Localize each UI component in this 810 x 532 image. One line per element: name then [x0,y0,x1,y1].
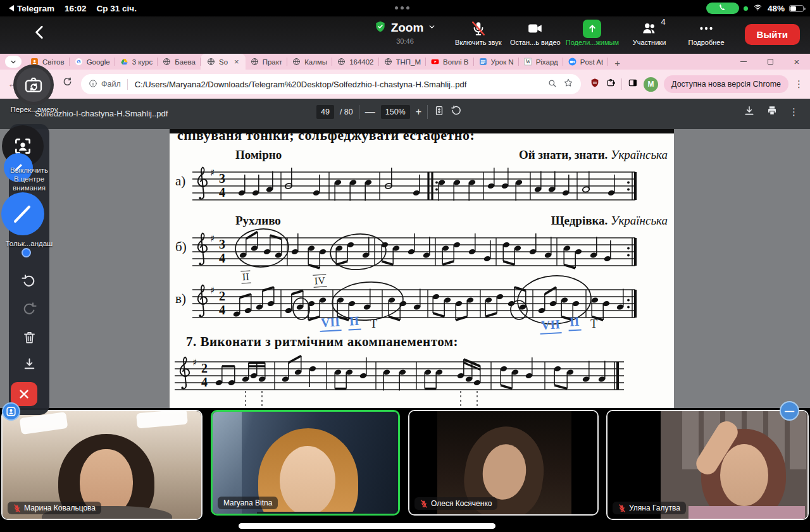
pdf-zoom-level[interactable]: 150% [381,105,410,119]
file-scheme-chip[interactable]: Файл [101,80,121,89]
tab-3-курс[interactable]: 3 курс [115,54,158,70]
staff-b: б)♯34 [192,230,635,280]
ios-status-bar: Telegram 16:02 Ср 31 січ. 48% [0,0,810,16]
annotation-mark-iv: IV [313,274,327,287]
undo-button[interactable] [16,271,42,292]
staff-a: а)♯34 [192,164,635,214]
tab-favicon: W [524,58,532,66]
tab-ріхард[interactable]: WРіхард [519,54,563,70]
pencil-only-label: Тольк...андаш [0,239,67,248]
tab-favicon [568,58,576,66]
print-icon[interactable] [766,105,778,119]
tab-воплі-в[interactable]: Воплі В [426,54,473,70]
staff-label: б) [175,239,187,255]
fit-page-icon[interactable] [433,105,445,119]
zoom-action-more[interactable]: Подробнее [680,18,733,46]
switch-camera-button[interactable] [13,65,54,105]
spotlight-label: Выключить В центре внимания [0,166,67,192]
zoom-in-button[interactable]: + [416,106,421,118]
divider [621,78,622,90]
participants-video-strip: Марина КовальцоваMaryana BitnaОлеся Кося… [0,408,810,532]
rotate-page-icon[interactable] [451,105,462,119]
zoom-page-icon[interactable] [547,78,557,90]
sheet-heading: співуваня тоніки; сольфеджувати естафетн… [177,129,475,144]
video-tile-3[interactable]: Олеся Косяченко [408,410,599,516]
profile-avatar[interactable]: M [644,77,658,92]
meeting-title[interactable]: Zoom [391,21,424,35]
window-close-button[interactable]: × [783,54,810,70]
tab-favicon [292,58,301,66]
annotation-sidebar: Выключить В центре внимания Тольк...анда… [9,124,49,415]
window-minimize-button[interactable] [730,54,757,70]
draw-tool-button[interactable] [1,192,44,235]
svg-text:♯: ♯ [210,285,215,296]
tab-тнп-м[interactable]: ТНП_М [379,54,427,70]
shield-check-icon [374,20,387,35]
tab-search-chevron-button[interactable] [5,56,22,68]
tab-favicon [251,58,259,66]
exercise-7-heading: 7. Виконати з ритмічним акомпанементом: [186,334,458,350]
tab-google[interactable]: GGoogle [70,54,115,70]
video-tile-4[interactable]: Уляна Галутва [606,410,809,520]
active-call-pill[interactable] [706,3,739,14]
phone-icon [718,3,726,13]
url-text[interactable]: C:/Users/Maryana2/Downloads/Telegram%20D… [135,80,541,89]
svg-text:2: 2 [219,289,225,303]
tab-so[interactable]: So× [201,54,246,70]
url-field[interactable]: Файл C:/Users/Maryana2/Downloads/Telegra… [81,74,581,94]
side-panel-icon[interactable] [628,78,638,90]
tab-баева[interactable]: Баева [158,54,201,70]
zoom-out-button[interactable]: — [365,106,375,118]
pdf-scroll-area[interactable]: співуваня тоніки; сольфеджувати естафетн… [0,129,810,410]
extensions-puzzle-icon[interactable] [606,78,616,90]
annotation-mark-ii: II [347,314,361,331]
pdf-menu-kebab-icon[interactable]: ⋮ [789,106,799,118]
leave-meeting-button[interactable]: Выйти [745,24,800,45]
status-app-label: Telegram [17,4,54,13]
chrome-update-pill[interactable]: Доступна нова версія Chrome [664,75,788,93]
ublock-extension-icon[interactable] [590,78,600,90]
download-icon[interactable] [744,105,755,119]
reload-icon[interactable] [62,77,73,90]
zoom-action-participants[interactable]: 4Участники [623,18,676,46]
battery-percent: 48% [768,4,785,13]
tab-favicon [207,58,215,66]
mic-muted-icon [618,504,626,512]
window-restore-button[interactable] [757,54,783,70]
zoom-meeting-toolbar: Zoom 30:46 Включить звукОстан...ь видеоП… [0,16,810,54]
back-to-telegram-button[interactable]: Telegram [9,4,54,13]
video-icon [509,18,562,39]
hotspot-dot-icon [744,6,748,11]
participant-name-badge: Уляна Галутва [613,502,686,514]
zoom-action-video[interactable]: Остан...ь видео [509,18,562,46]
bookmark-star-icon[interactable] [563,78,573,90]
home-indicator[interactable] [239,523,495,529]
video-tile-2[interactable]: Maryana Bitna [211,410,400,516]
minimize-videos-button[interactable]: — [780,401,799,421]
tab-164402[interactable]: 164402 [332,54,378,70]
pdf-page-input[interactable]: 49 [316,105,334,119]
video-tile-1[interactable]: Марина Ковальцова [1,410,202,520]
browser-tab-strip: СвітовGGoogle3 курсБаеваSo×ПрактКалмы164… [0,54,810,70]
tab-favicon [163,58,171,66]
tab-практ[interactable]: Практ [246,54,288,70]
new-tab-button[interactable]: + [608,58,626,70]
svg-text:G: G [77,59,80,65]
tab-калмы[interactable]: Калмы [287,54,332,70]
annotation-mark-т: Т [370,318,377,331]
staff-notation: ♯34 [192,230,635,277]
color-swatch-blue[interactable] [22,248,31,257]
zoom-action-share-screen[interactable]: Подели...жимым [566,18,619,46]
annotation-author-badge[interactable] [2,402,20,421]
save-annotation-button[interactable] [16,353,42,374]
staff-label: а) [175,173,185,189]
trash-button[interactable] [16,326,42,348]
tab-post-at[interactable]: Post At [563,54,608,70]
info-icon [89,79,97,90]
pen-icon [11,202,34,225]
redo-button[interactable] [16,299,42,320]
tab-close-icon[interactable]: × [234,57,239,66]
zoom-action-mic-off[interactable]: Включить звук [452,18,505,46]
browser-menu-kebab-icon[interactable]: ⋮ [794,78,804,90]
tab-урок-n[interactable]: Урок N [474,54,519,70]
